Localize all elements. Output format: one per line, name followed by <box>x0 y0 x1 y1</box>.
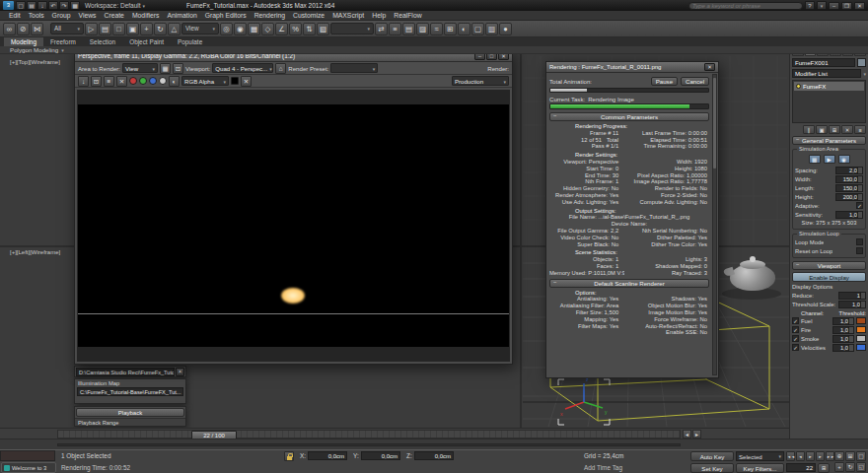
edit-region-icon[interactable]: ▦ <box>160 63 171 74</box>
teapot-object[interactable] <box>726 256 779 292</box>
background-color-swatch[interactable] <box>231 77 239 85</box>
material-editor-icon[interactable]: ◐ <box>458 23 470 35</box>
project-folder-icon[interactable]: ▦ <box>70 1 80 10</box>
track-bar[interactable] <box>0 439 868 449</box>
general-parameters-rollout[interactable]: − General Parameters <box>792 136 866 145</box>
illumination-map-path-field[interactable]: C:\FumeFx_Tutorial-Base\FumeFX_Tut... <box>77 387 183 396</box>
zoom-region-icon[interactable]: ▢ <box>856 451 866 461</box>
adaptive-checkbox[interactable]: ✓ <box>856 202 863 209</box>
menu-item[interactable]: Group <box>48 11 75 21</box>
preview-window-icon[interactable]: ◉ <box>838 155 850 164</box>
use-pivot-point-icon[interactable]: ◎ <box>220 23 233 35</box>
channel-checkbox[interactable]: ✓ <box>792 335 799 342</box>
render-preset-dropdown[interactable] <box>330 63 378 73</box>
bind-to-space-warp-icon[interactable]: ⋈ <box>31 23 43 35</box>
select-and-link-icon[interactable]: ∞ <box>3 23 16 35</box>
info-center-dropdown-icon[interactable] <box>817 1 827 10</box>
pan-icon[interactable]: + <box>834 462 844 472</box>
next-frame-icon[interactable]: ► <box>816 451 825 461</box>
show-end-result-icon[interactable]: ▣ <box>816 125 828 134</box>
edit-named-selection-sets-icon[interactable]: ▧ <box>317 23 329 35</box>
zoom-extents-icon[interactable]: ⊞ <box>845 451 855 461</box>
render-dialog-titlebar[interactable]: Rendering : FumeFx_Tutorial_R_0011.png ✕ <box>546 62 718 73</box>
new-scene-icon[interactable]: ▢ <box>16 1 26 10</box>
lightbulb-icon[interactable] <box>796 84 801 89</box>
menu-item[interactable]: Views <box>74 11 100 21</box>
maximize-viewport-icon[interactable]: ◱ <box>856 462 866 472</box>
dialog-scrollbar[interactable] <box>712 74 717 375</box>
time-slider-track[interactable]: 22 / 100 <box>57 430 681 439</box>
remove-modifier-icon[interactable]: ✕ <box>841 125 853 134</box>
common-parameters-rollout[interactable]: − Common Parameters <box>549 112 709 121</box>
selection-lock-icon[interactable] <box>284 451 294 461</box>
rectangular-selection-region-icon[interactable]: □ <box>112 23 125 35</box>
object-color-swatch[interactable] <box>857 58 866 67</box>
search-input[interactable] <box>688 2 803 10</box>
ribbon-tab[interactable]: Populate <box>171 37 209 46</box>
clear-rendered-frame-icon[interactable]: ✕ <box>116 76 127 87</box>
stack-item-fumefx[interactable]: FumeFX <box>794 82 864 91</box>
minimize-icon[interactable]: – <box>829 2 839 10</box>
value-spinner[interactable]: 150,0 <box>835 175 863 183</box>
mirror-icon[interactable]: ⇄ <box>375 23 388 35</box>
blue-channel-icon[interactable] <box>149 77 157 85</box>
channel-color-swatch[interactable] <box>856 326 866 333</box>
value-spinner[interactable]: 1 <box>838 292 866 300</box>
loop-checkbox[interactable] <box>856 238 863 245</box>
alpha-channel-icon[interactable] <box>159 77 167 85</box>
threshold-spinner[interactable]: 1,0 <box>832 326 854 334</box>
named-selection-dropdown[interactable] <box>330 23 374 34</box>
polygon-modeling-panel[interactable]: Polygon Modeling <box>10 46 58 53</box>
go-to-start-icon[interactable]: ◄◄ <box>786 451 795 461</box>
select-by-name-icon[interactable]: ▤ <box>99 23 111 35</box>
make-unique-icon[interactable]: ⊞ <box>829 125 840 134</box>
fumefx-ui-icon[interactable]: ▦ <box>809 155 821 164</box>
orbit-icon[interactable]: ↻ <box>845 462 855 472</box>
viewport-label-left[interactable]: [+][Left][Wireframe] <box>10 249 60 255</box>
green-channel-icon[interactable] <box>139 77 147 85</box>
open-file-icon[interactable]: ▤ <box>27 1 36 10</box>
schematic-view-icon[interactable]: ⊞ <box>444 23 457 35</box>
key-mode-toggle-icon[interactable]: ⊞ <box>818 463 830 473</box>
render-setup-icon[interactable]: ▢ <box>471 23 484 35</box>
loop-checkbox[interactable] <box>856 247 863 254</box>
maxscript-mini-listener[interactable] <box>0 450 55 461</box>
play-animation-icon[interactable]: ► <box>806 451 815 461</box>
key-filters-button[interactable]: Key Filters... <box>736 463 784 473</box>
channel-color-swatch[interactable] <box>856 335 866 342</box>
redo-icon[interactable]: ↷ <box>59 1 69 10</box>
clone-rendered-frame-icon[interactable]: ⊡ <box>91 76 102 87</box>
ribbon-tab[interactable]: Selection <box>83 37 122 46</box>
ribbon-toggle-icon[interactable]: ▨ <box>416 23 429 35</box>
menu-item[interactable]: Graph Editors <box>201 11 251 21</box>
select-and-rotate-icon[interactable]: ↻ <box>154 23 167 35</box>
channel-checkbox[interactable]: ✓ <box>792 344 799 351</box>
value-spinner[interactable]: 150,0 <box>835 184 863 192</box>
zoom-icon[interactable]: ⊕ <box>834 451 844 461</box>
threshold-spinner[interactable]: 1,0 <box>832 344 854 352</box>
select-object-icon[interactable]: ▷ <box>85 23 98 35</box>
current-frame-field[interactable]: 22 <box>786 463 816 472</box>
previous-key-icon[interactable]: ◄ <box>683 430 691 439</box>
lock-viewport-icon[interactable]: ⌂ <box>275 63 286 74</box>
set-key-button[interactable]: Set Key <box>690 463 734 473</box>
viewport-label-top[interactable]: [+][Top][Wireframe] <box>10 59 60 65</box>
curve-editor-icon[interactable]: ≈ <box>430 23 443 35</box>
render-production-dropdown[interactable]: Production <box>452 76 509 86</box>
monochrome-icon[interactable]: ◐ <box>169 76 180 87</box>
playback-range-row[interactable]: Playback Range <box>75 418 185 426</box>
pin-stack-icon[interactable]: ∥ <box>803 125 815 134</box>
print-image-icon[interactable]: ≡ <box>104 76 114 87</box>
threshold-spinner[interactable]: 1,0 <box>832 317 854 325</box>
auto-region-icon[interactable]: ⊡ <box>173 63 183 74</box>
modifier-stack[interactable]: FumeFX <box>792 80 866 123</box>
x-coordinate-field[interactable]: 0,0cm <box>308 451 347 460</box>
welcome-screen-button[interactable]: Welcome to 3 <box>1 462 56 473</box>
enable-display-button[interactable]: Enable Display <box>792 272 866 282</box>
channel-color-swatch[interactable] <box>856 317 866 324</box>
align-icon[interactable]: ≡ <box>389 23 401 35</box>
select-and-move-icon[interactable]: + <box>140 23 153 35</box>
menu-item[interactable]: Customize <box>289 11 328 21</box>
undo-icon[interactable]: ↶ <box>48 1 58 10</box>
object-name-field[interactable]: FumeFX001 <box>792 58 855 67</box>
